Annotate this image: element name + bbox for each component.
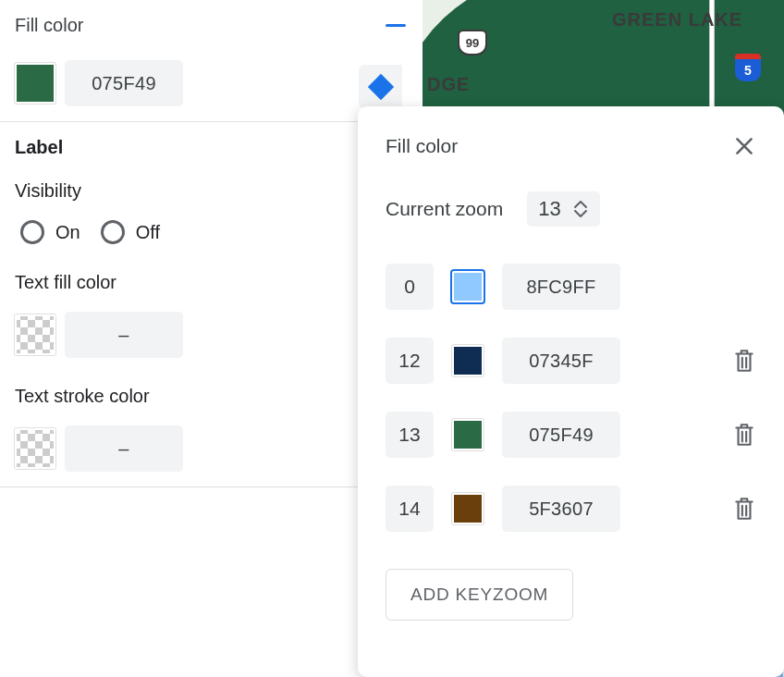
keyzoom-level-input[interactable]: 14	[386, 486, 434, 532]
keyzoom-swatch[interactable]	[452, 493, 484, 524]
keyzoom-swatch[interactable]	[452, 271, 484, 302]
keyzoom-level-input[interactable]: 12	[386, 338, 434, 384]
add-keyzoom-button[interactable]: ADD KEYZOOM	[386, 569, 573, 621]
close-button[interactable]	[732, 134, 756, 158]
keyzoom-hex-input[interactable]: 8FC9FF	[502, 264, 620, 310]
keyzoom-row: 145F3607	[386, 486, 756, 532]
keyzoom-row: 13075F49	[386, 412, 756, 458]
radio-icon	[101, 220, 125, 244]
keyzoom-row: 08FC9FF	[386, 264, 756, 310]
text-fill-hex-input[interactable]: –	[65, 312, 183, 358]
diamond-icon	[367, 73, 393, 99]
keyzoom-list: 08FC9FF1207345F13075F49145F3607	[386, 264, 756, 532]
fill-color-title: Fill color	[15, 15, 83, 36]
radio-icon	[20, 220, 44, 244]
trash-icon	[732, 422, 756, 448]
keyzoom-swatch[interactable]	[452, 345, 484, 376]
trash-icon	[732, 496, 756, 522]
keyzoom-hex-input[interactable]: 5F3607	[502, 486, 620, 532]
delete-keyzoom-button[interactable]	[732, 422, 756, 448]
keyzoom-level-input[interactable]: 13	[386, 412, 434, 458]
text-stroke-hex-input[interactable]: –	[65, 425, 183, 472]
popup-title: Fill color	[386, 135, 458, 157]
keyzoom-hex-input[interactable]: 07345F	[502, 338, 620, 384]
visibility-off-radio[interactable]: Off	[101, 220, 160, 244]
green-lake-label: GREEN LAKE	[612, 9, 742, 31]
delete-keyzoom-button[interactable]	[732, 496, 756, 522]
keyzoom-row: 1207345F	[386, 338, 756, 384]
current-zoom-value: 13	[538, 197, 560, 221]
visibility-heading: Visibility	[15, 180, 406, 202]
keyzoom-toggle-button[interactable]	[359, 65, 402, 108]
interstate-5-shield: 5	[735, 54, 761, 81]
text-fill-heading: Text fill color	[15, 272, 406, 293]
fill-color-swatch[interactable]	[15, 63, 55, 104]
label-heading: Label	[15, 137, 406, 158]
delete-keyzoom-button[interactable]	[732, 348, 756, 374]
keyzoom-level-input[interactable]: 0	[386, 264, 434, 310]
highway-99-shield: 99	[458, 30, 487, 55]
text-fill-swatch[interactable]	[15, 314, 55, 355]
text-stroke-swatch[interactable]	[15, 428, 55, 469]
fill-color-hex-input[interactable]: 075F49	[65, 60, 183, 106]
collapse-icon[interactable]	[386, 24, 406, 27]
visibility-radio-group: On Off	[15, 220, 406, 244]
chevron-down-icon	[572, 209, 589, 218]
current-zoom-stepper[interactable]: 13	[527, 191, 599, 227]
current-zoom-row: Current zoom 13	[386, 191, 756, 227]
visibility-on-radio[interactable]: On	[20, 220, 80, 244]
fill-color-section: Fill color 075F49	[0, 0, 421, 122]
text-stroke-heading: Text stroke color	[15, 386, 406, 407]
chevron-up-icon	[572, 200, 589, 209]
stepper-arrows	[572, 200, 589, 218]
close-icon	[732, 134, 756, 158]
current-zoom-label: Current zoom	[386, 198, 503, 220]
keyzoom-hex-input[interactable]: 075F49	[502, 412, 620, 458]
fill-color-popup: Fill color Current zoom 13 08FC9FF120734…	[358, 106, 784, 677]
keyzoom-swatch[interactable]	[452, 419, 484, 450]
trash-icon	[732, 348, 756, 374]
ridge-label: DGE	[427, 74, 470, 95]
